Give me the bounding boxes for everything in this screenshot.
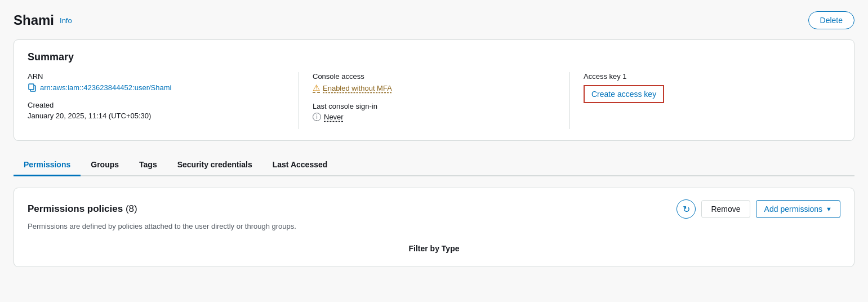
- delete-button[interactable]: Delete: [808, 11, 854, 29]
- copy-icon[interactable]: [28, 83, 37, 92]
- arn-label: ARN: [28, 72, 285, 81]
- summary-col-accesskey: Access key 1 Create access key: [569, 72, 840, 129]
- permissions-actions: ↻ Remove Add permissions ▼: [676, 199, 840, 219]
- permissions-header: Permissions policies (8) ↻ Remove Add pe…: [28, 199, 840, 219]
- permissions-count: (8): [126, 203, 137, 214]
- remove-button[interactable]: Remove: [701, 200, 750, 218]
- summary-grid: ARN arn:aws:iam::423623844452:user/Shami…: [28, 72, 840, 129]
- access-key-label: Access key 1: [584, 72, 827, 81]
- tab-groups[interactable]: Groups: [81, 154, 129, 176]
- summary-title: Summary: [28, 51, 840, 63]
- summary-col-console: Console access ⚠ Enabled without MFA Las…: [299, 72, 569, 129]
- summary-card: Summary ARN arn:aws:iam::423623844452:us…: [14, 39, 854, 141]
- refresh-button[interactable]: ↻: [676, 199, 696, 219]
- svg-rect-1: [29, 84, 34, 90]
- arn-row: arn:aws:iam::423623844452:user/Shami: [28, 83, 285, 92]
- info-circle-icon: i: [313, 113, 321, 121]
- last-signin-row: i Never: [313, 113, 556, 121]
- tab-tags[interactable]: Tags: [129, 154, 167, 176]
- created-label: Created: [28, 101, 285, 109]
- console-access-value: ⚠ Enabled without MFA: [313, 83, 556, 93]
- info-link[interactable]: Info: [60, 16, 72, 25]
- filter-by-type-label: Filter by Type: [28, 238, 840, 255]
- permissions-title: Permissions policies (8): [28, 203, 137, 214]
- tab-last-accessed[interactable]: Last Accessed: [262, 154, 338, 176]
- add-permissions-button[interactable]: Add permissions ▼: [756, 200, 840, 218]
- tab-security-credentials[interactable]: Security credentials: [167, 154, 262, 176]
- title-group: Shami Info: [14, 12, 72, 28]
- permissions-description: Permissions are defined by policies atta…: [28, 222, 840, 230]
- warning-icon: ⚠: [313, 83, 320, 93]
- tab-permissions[interactable]: Permissions: [14, 154, 81, 176]
- page-header: Shami Info Delete: [14, 11, 854, 29]
- tabs-row: Permissions Groups Tags Security credent…: [14, 154, 854, 176]
- create-access-key-button[interactable]: Create access key: [584, 85, 664, 103]
- last-signin-value: Never: [324, 113, 344, 121]
- console-access-label: Console access: [313, 72, 556, 81]
- page-title: Shami: [14, 12, 54, 28]
- summary-col-arn: ARN arn:aws:iam::423623844452:user/Shami…: [28, 72, 299, 129]
- created-value: January 20, 2025, 11:14 (UTC+05:30): [28, 112, 285, 120]
- permissions-title-group: Permissions policies (8): [28, 203, 137, 215]
- refresh-icon: ↻: [683, 204, 690, 215]
- dropdown-arrow-icon: ▼: [826, 206, 832, 212]
- arn-value: arn:aws:iam::423623844452:user/Shami: [40, 83, 171, 92]
- last-signin-label: Last console sign-in: [313, 102, 556, 110]
- permissions-card: Permissions policies (8) ↻ Remove Add pe…: [14, 188, 854, 267]
